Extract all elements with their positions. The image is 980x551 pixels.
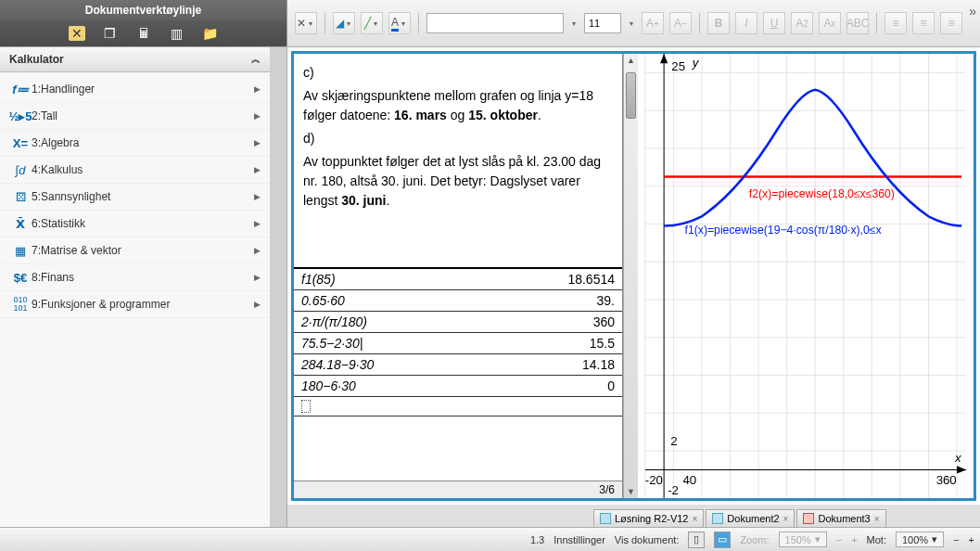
close-icon[interactable]: ×: [693, 514, 698, 524]
y-tick-25: 25: [671, 59, 685, 73]
menu-item-functions[interactable]: 0101019:Funksjoner & programmer▶: [0, 291, 270, 318]
toolbar-more-icon[interactable]: »: [969, 4, 976, 19]
graph-panel[interactable]: 25 y 2 -20 40 360 -2 x f2(x)=piecewise(1…: [638, 54, 974, 498]
calc-icon[interactable]: 🖩: [135, 26, 152, 41]
mot-select[interactable]: 100%▾: [896, 532, 944, 547]
handheld-view-icon[interactable]: ▯: [688, 532, 705, 548]
menu-item-actions[interactable]: f≔1:Handlinger▶: [0, 76, 270, 103]
notes-text[interactable]: c) Av skjæringspunktene mellom grafen og…: [294, 54, 622, 267]
collapse-icon[interactable]: ︽: [251, 53, 261, 66]
notes-scrollbar[interactable]: ▲ ▼: [623, 54, 638, 498]
chevron-right-icon: ▶: [254, 138, 261, 147]
sidebar-panel-header[interactable]: Kalkulator ︽: [0, 47, 270, 72]
fx-icon: f≔: [9, 81, 32, 97]
calc-row: 2·π/(π/180)360: [294, 312, 622, 333]
y-axis-label: y: [692, 56, 700, 70]
wrench-icon[interactable]: ✕▾: [295, 12, 317, 34]
chevron-right-icon: ▶: [254, 300, 261, 309]
binary-icon: 010101: [9, 296, 32, 313]
underline-icon[interactable]: U: [763, 12, 785, 34]
document-tabs: Løsning R2-V12× Dokument2× Dokument3×: [287, 505, 980, 527]
chevron-down-icon: ▾: [815, 533, 821, 545]
font-size-select[interactable]: [584, 13, 621, 33]
mot-label: Mot:: [867, 534, 886, 545]
menu-item-statistics[interactable]: X̄6:Statistikk▶: [0, 211, 270, 237]
superscript-icon[interactable]: A2: [791, 12, 813, 34]
font-family-select[interactable]: [426, 13, 564, 33]
f1-label: f1(x)=piecewise(19−4·cos(π/180·x),0≤x: [685, 224, 882, 237]
calc-row: 284.18−9·3014.18: [294, 354, 622, 376]
page-indicator[interactable]: 1.3: [530, 534, 544, 545]
calc-row: 180−6·300: [294, 376, 622, 397]
menu-item-finance[interactable]: $€8:Finans▶: [0, 264, 270, 291]
x-tick-360: 360: [936, 473, 957, 487]
panel-title: Kalkulator: [9, 53, 64, 66]
font-family-dropdown-icon[interactable]: ▾: [569, 19, 579, 28]
font-size-dropdown-icon[interactable]: ▾: [627, 19, 636, 28]
bold-icon[interactable]: B: [707, 12, 730, 34]
chevron-right-icon: ▶: [254, 165, 261, 174]
svg-marker-25: [660, 54, 668, 63]
xbar-icon: X̄: [9, 215, 32, 232]
doc-icon: [712, 513, 723, 524]
decrease-font-icon[interactable]: A−: [669, 12, 692, 34]
menu-item-matrix[interactable]: ▦7:Matrise & vektor▶: [0, 237, 270, 264]
book-icon[interactable]: ▥: [169, 26, 185, 41]
zoom-out-icon[interactable]: −: [836, 534, 842, 545]
align-right-icon[interactable]: ≡: [940, 12, 962, 34]
menu-item-algebra[interactable]: X=3:Algebra▶: [0, 130, 270, 157]
calculator-history[interactable]: f1(85)18.6514 0.65·6039. 2·π/(π/180)360 …: [294, 267, 622, 481]
doc-icon: [803, 513, 814, 524]
mot-out-icon[interactable]: −: [953, 534, 959, 545]
part-c-label: c): [303, 63, 613, 83]
tools-icon[interactable]: ✕: [69, 26, 85, 41]
chevron-right-icon: ▶: [254, 246, 261, 255]
close-icon[interactable]: ×: [783, 514, 789, 524]
mot-in-icon[interactable]: +: [969, 534, 974, 545]
menu-item-probability[interactable]: ⚄5:Sannsynlighet▶: [0, 184, 270, 211]
pages-icon[interactable]: ❐: [102, 26, 119, 41]
scroll-up-icon[interactable]: ▲: [624, 54, 638, 67]
italic-icon[interactable]: I: [735, 12, 757, 34]
x-equals-icon: X=: [9, 135, 32, 151]
part-c-body: Av skjæringspunktene mellom grafen og li…: [303, 86, 613, 125]
scroll-thumb[interactable]: [626, 72, 636, 119]
x-tick-neg20: -20: [645, 473, 663, 487]
settings-link[interactable]: Innstillinger: [554, 534, 605, 545]
calculator-menu: f≔1:Handlinger▶ ½▸52:Tall▶ X=3:Algebra▶ …: [0, 72, 270, 322]
menu-item-number[interactable]: ½▸52:Tall▶: [0, 103, 270, 130]
line-color-icon[interactable]: ╱▾: [361, 12, 383, 34]
zoom-in-icon[interactable]: +: [851, 534, 857, 545]
scroll-down-icon[interactable]: ▼: [624, 485, 638, 498]
folder-icon[interactable]: 📁: [202, 26, 219, 41]
part-d-label: d): [303, 129, 613, 148]
align-left-icon[interactable]: ≡: [885, 12, 907, 34]
integral-icon: ∫d: [9, 161, 32, 178]
tab-losning[interactable]: Løsning R2-V12×: [593, 509, 704, 527]
matrix-icon: ▦: [9, 242, 32, 259]
fill-color-icon[interactable]: ◢▾: [333, 12, 355, 34]
zoom-select[interactable]: 150%▾: [779, 532, 827, 547]
notes-column: c) Av skjæringspunktene mellom grafen og…: [294, 54, 623, 498]
close-icon[interactable]: ×: [874, 514, 880, 524]
calc-status: 3/6: [294, 481, 622, 498]
font-color-icon[interactable]: A▾: [388, 12, 411, 34]
calc-input-row[interactable]: [294, 397, 622, 416]
x-axis-label: x: [954, 451, 961, 465]
computer-view-icon[interactable]: ▭: [714, 532, 731, 548]
chevron-down-icon: ▾: [932, 533, 937, 545]
graph-svg: 25 y 2 -20 40 360 -2 x f2(x)=piecewise(1…: [638, 54, 974, 498]
zoom-label: Zoom:: [740, 534, 769, 545]
sidebar-scrollbar[interactable]: [270, 47, 286, 527]
y-tick-2: 2: [670, 434, 677, 448]
svg-marker-26: [957, 466, 966, 473]
menu-item-calculus[interactable]: ∫d4:Kalkulus▶: [0, 157, 270, 184]
subscript-icon[interactable]: Ax: [819, 12, 841, 34]
part-d-body: Av toppunktet følger det at lyst slås på…: [303, 152, 613, 211]
strikethrough-icon[interactable]: ABC: [846, 12, 869, 34]
tab-dokument2[interactable]: Dokument2×: [706, 509, 795, 527]
increase-font-icon[interactable]: A+: [642, 12, 664, 34]
align-center-icon[interactable]: ≡: [912, 12, 935, 34]
tab-dokument3[interactable]: Dokument3×: [796, 509, 885, 527]
view-doc-label: Vis dokument:: [615, 534, 680, 545]
